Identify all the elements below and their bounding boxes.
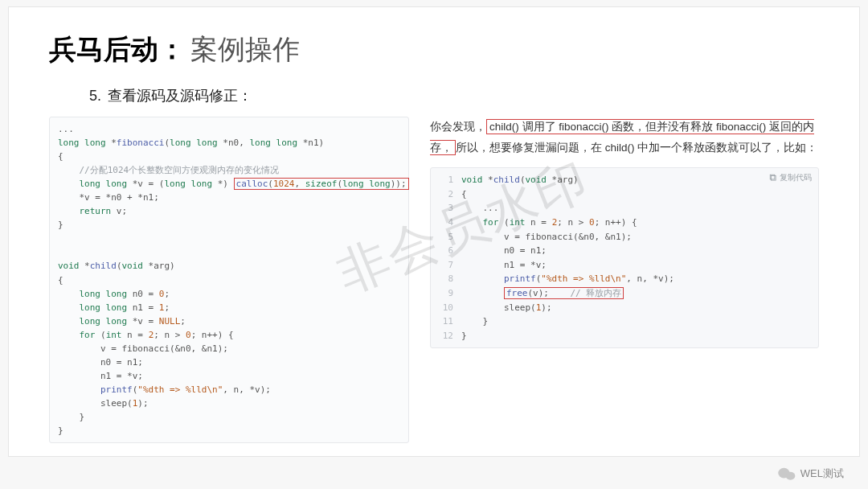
left-code-block: ... long long *fibonacci(long long *n0, … bbox=[49, 117, 409, 443]
content-panes: ... long long *fibonacci(long long *n0, … bbox=[49, 117, 819, 443]
slide-container: 兵马后动： 案例操作 5.查看源码及源码修正： ... long long *f… bbox=[8, 6, 860, 457]
svg-point-3 bbox=[785, 472, 795, 480]
step-label: 5.查看源码及源码修正： bbox=[89, 86, 819, 105]
step-number: 5. bbox=[89, 88, 101, 104]
explanation-text: 你会发现，child() 调用了 fibonacci() 函数，但并没有释放 f… bbox=[430, 117, 819, 158]
right-code-block: 复制代码 1void *child(void *arg) 2{ 3 ... 4 … bbox=[430, 167, 819, 348]
highlight-free: free(v); // 释放内存 bbox=[504, 287, 624, 299]
copy-icon bbox=[769, 174, 777, 182]
copy-code-button[interactable]: 复制代码 bbox=[769, 171, 812, 184]
channel-label: WEL测试 bbox=[800, 466, 844, 481]
step-text: 查看源码及源码修正： bbox=[108, 88, 252, 104]
title-bold: 兵马后动： bbox=[49, 31, 186, 68]
highlight-calloc: calloc(1024, sizeof(long long)); bbox=[234, 178, 409, 190]
slide-title: 兵马后动： 案例操作 bbox=[49, 31, 819, 68]
wechat-icon bbox=[778, 466, 796, 481]
title-light: 案例操作 bbox=[190, 31, 300, 68]
channel-footer: WEL测试 bbox=[778, 466, 844, 481]
right-column: 你会发现，child() 调用了 fibonacci() 函数，但并没有释放 f… bbox=[430, 117, 819, 348]
